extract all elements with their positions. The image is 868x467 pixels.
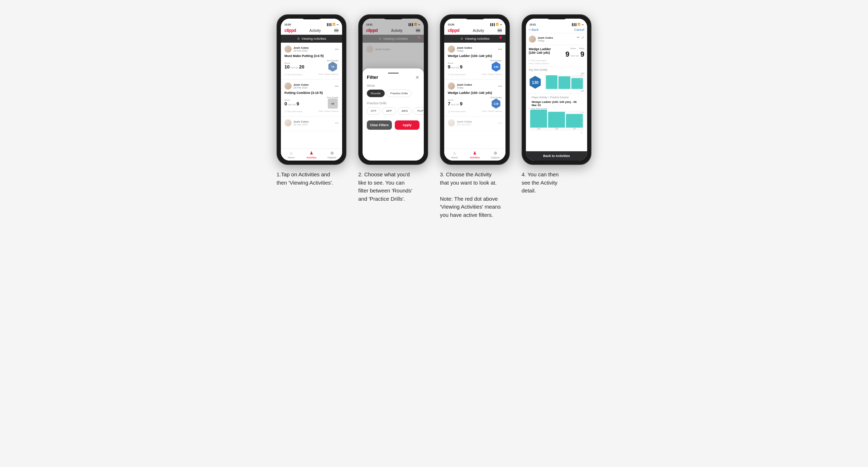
status-bar-4: 13:21 ▐▐▐ 📶 ▪▪ <box>526 19 587 27</box>
stats-row-1-1: Score 10 OUT OF 20 Shot Quality 75 <box>284 59 339 72</box>
wifi-icon-1: 📶 <box>332 23 336 26</box>
viewing-bar-3[interactable]: ⚙ Viewing Activities <box>444 35 505 43</box>
pill-rounds[interactable]: Rounds <box>367 90 385 97</box>
three-dots-3-1[interactable]: ••• <box>498 47 502 51</box>
phone-1-screen: 13:20 ▐▐▐ 📶 ▪▪ clippd Activity <box>281 19 342 161</box>
footer-left-1-1: ⓘ Test Information <box>284 73 302 76</box>
score-group-3-2: Score 7 OUT OF 9 <box>448 99 462 106</box>
app-title-1: Activity <box>310 29 321 33</box>
card-header-1-1: Josh Coles 28 Feb 2023 ••• <box>284 46 339 53</box>
back-button-4[interactable]: < Back <box>529 28 539 32</box>
activities-icon-3: ♟ <box>473 151 477 156</box>
user-name-1-3: Josh Coles <box>293 120 309 123</box>
activity-card-1-2[interactable]: Josh Coles 28 Feb 2023 ••• Putting Combi… <box>281 80 342 116</box>
tab-capture-1[interactable]: ⊕ Capture <box>322 149 342 161</box>
signal-icon-4: ▐▐▐ <box>571 23 576 26</box>
user-date-4: Today <box>538 39 553 42</box>
detail-user-row-4: Josh Coles Today ✏ ⤢ <box>526 33 587 45</box>
stats-row-3-1: Score 9 OUT OF 9 Shot Quality 130 <box>448 59 502 72</box>
user-info-1-1: Josh Coles 28 Feb 2023 <box>284 46 309 53</box>
pill-practice-drills[interactable]: Practice Drills <box>387 90 412 97</box>
pill-arg[interactable]: ARG <box>398 107 412 115</box>
cancel-button-4[interactable]: Cancel <box>574 28 584 32</box>
phone-1: 13:20 ▐▐▐ 📶 ▪▪ clippd Activity <box>277 14 346 165</box>
phone-col-2: 13:21 ▐▐▐ 📶 ▪▪ clippd Activity <box>358 14 429 203</box>
tab-activities-3[interactable]: ♟ Activities <box>465 149 485 161</box>
app-logo-3: clippd <box>448 28 459 33</box>
activity-card-3-2[interactable]: Josh Coles Today ••• Wedge Ladder (100–1… <box>444 80 505 116</box>
tab-activities-label-1: Activities <box>307 156 317 159</box>
card-footer-1-2: ⓘ Test Information Data: Clippd Capture <box>284 110 339 113</box>
tab-home-3[interactable]: ⌂ Home <box>444 149 465 161</box>
detail-header-4: < Back Cancel <box>526 27 587 33</box>
score-inline-1-1: 10 OUT OF 20 <box>284 64 304 70</box>
sq-label-3-1: Shot Quality <box>490 59 502 62</box>
pill-app[interactable]: APP <box>382 107 396 115</box>
user-name-1-1: Josh Coles <box>293 46 309 49</box>
tab-activities-1[interactable]: ♟ Activities <box>301 149 322 161</box>
user-name-4: Josh Coles <box>538 36 553 39</box>
close-icon[interactable]: ✕ <box>415 75 419 80</box>
menu-icon-3[interactable] <box>498 29 502 32</box>
activity-title-1-2: Putting Combine (3-15 ft) <box>284 91 339 95</box>
practice-drills-label: Practice Drills <box>367 101 419 105</box>
capture-icon-3: ⊕ <box>494 151 497 156</box>
shots-value-1-1: 20 <box>299 64 304 70</box>
footer-right-3-1: Data: Clippd Capture <box>482 73 502 76</box>
three-dots-1-1[interactable]: ••• <box>335 47 339 51</box>
footer-right-1-2: Data: Clippd Capture <box>318 110 339 113</box>
status-bar-1: 13:20 ▐▐▐ 📶 ▪▪ <box>281 19 342 27</box>
score-inline-3-2: 7 OUT OF 9 <box>448 101 462 106</box>
apply-button[interactable]: Apply <box>395 120 420 130</box>
activity-card-1-3[interactable]: Josh Coles 28 Feb 2023 ••• <box>281 116 342 131</box>
card-footer-3-2: ⓘ Test Information Data: Clippd Capture <box>448 110 502 113</box>
status-time-3: 13:20 <box>448 23 454 26</box>
pill-ott[interactable]: OTT <box>367 107 380 115</box>
pill-putt[interactable]: PUTT <box>413 107 424 115</box>
sq-badge-3-2: 118 <box>491 99 501 109</box>
status-time-4: 13:21 <box>529 23 536 26</box>
expand-icon-4[interactable]: ⤢ <box>581 35 584 39</box>
caption-3: 3. Choose the Activitythat you want to l… <box>440 171 510 219</box>
sq-badge-1-2: 45 <box>328 99 338 109</box>
tab-activities-label-3: Activities <box>470 156 480 159</box>
activity-card-1-1[interactable]: Josh Coles 28 Feb 2023 ••• Must Make Put… <box>281 43 342 80</box>
signal-icon-1: ▐▐▐ <box>326 23 331 26</box>
filter-icon-3: ⚙ <box>460 37 463 40</box>
sq-label-1-1: Shot Quality <box>327 59 339 62</box>
activity-card-3-1[interactable]: Josh Coles Today ••• Wedge Ladder (100–1… <box>444 43 505 80</box>
phone-4: 13:21 ▐▐▐ 📶 ▪▪ < Back Cancel <box>522 14 591 165</box>
signal-icon-3: ▐▐▐ <box>489 23 495 26</box>
activity-title-3-2: Wedge Ladder (100–140 yds) <box>448 91 502 95</box>
three-dots-3-2[interactable]: ••• <box>498 84 502 88</box>
shots-value-3-1: 9 <box>460 64 462 70</box>
app-title-3: Activity <box>473 29 484 33</box>
out-of-3-1: OUT OF <box>451 67 459 69</box>
score-value-1-2: 0 <box>284 101 287 106</box>
viewing-bar-1[interactable]: ⚙ Viewing Activities <box>281 35 342 43</box>
caption-2: 2. Choose what you'dlike to see. You can… <box>358 171 428 203</box>
user-date-1-1: 28 Feb 2023 <box>293 49 309 52</box>
tab-home-1[interactable]: ⌂ Home <box>281 149 301 161</box>
footer-left-3-2: ⓘ Test Information <box>448 110 466 113</box>
caption-1: 1.Tap on Activities andthen 'Viewing Act… <box>277 171 346 187</box>
tab-capture-3[interactable]: ⊕ Capture <box>485 149 505 161</box>
status-icons-3: ▐▐▐ 📶 ▪▪ <box>489 23 502 26</box>
three-dots-1-3[interactable]: ••• <box>335 121 339 125</box>
card-header-1-3: Josh Coles 28 Feb 2023 ••• <box>284 119 339 127</box>
phone-col-1: 13:20 ▐▐▐ 📶 ▪▪ clippd Activity <box>276 14 347 187</box>
edit-icon-4[interactable]: ✏ <box>577 35 580 39</box>
caption-4: 4. You can thensee the Activitydetail. <box>522 171 591 195</box>
score-value-3-1: 9 <box>448 64 450 70</box>
tab-bar-1: ⌂ Home ♟ Activities ⊕ Capture <box>281 148 342 161</box>
footer-right-3-2: Data: Clippd Capture <box>482 110 502 113</box>
three-dots-1-2[interactable]: ••• <box>335 84 339 88</box>
menu-icon-1[interactable] <box>334 29 339 32</box>
back-to-activities-button-4[interactable]: Back to Activities <box>526 151 587 161</box>
status-icons-4: ▐▐▐ 📶 ▪▪ <box>571 23 584 26</box>
app-header-3: clippd Activity <box>444 27 505 35</box>
activity-title-1-1: Must Make Putting (3-6 ft) <box>284 54 339 58</box>
user-info-1-3: Josh Coles 28 Feb 2023 <box>284 119 309 127</box>
sq-badge-3-1: 130 <box>491 62 501 72</box>
clear-filters-button[interactable]: Clear Filters <box>367 120 392 130</box>
